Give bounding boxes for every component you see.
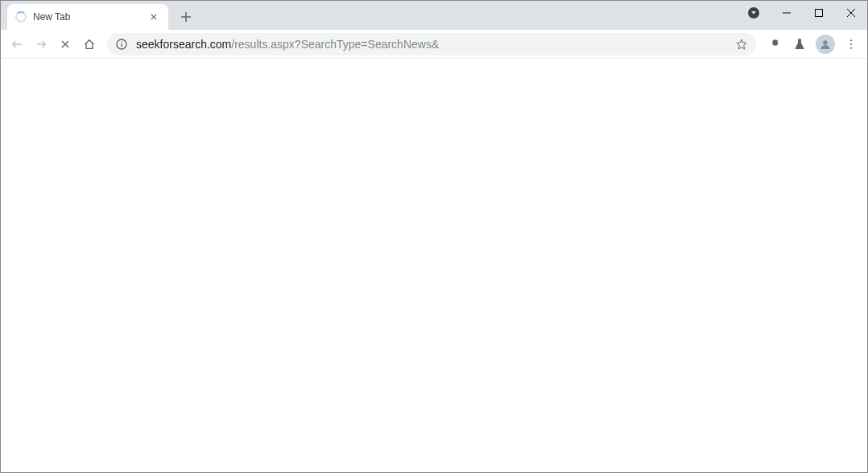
- puzzle-icon: [767, 38, 780, 51]
- menu-button[interactable]: [840, 33, 862, 56]
- url-path: /results.aspx?SearchType=SearchNews&: [231, 38, 439, 51]
- arrow-right-icon: [35, 38, 48, 51]
- plus-icon: [180, 11, 192, 23]
- svg-point-6: [850, 47, 852, 48]
- svg-point-3: [823, 40, 827, 44]
- maximize-button[interactable]: [803, 1, 835, 25]
- active-tab[interactable]: New Tab: [7, 4, 168, 30]
- close-icon: [151, 14, 157, 20]
- minimize-icon: [783, 9, 791, 17]
- svg-point-4: [850, 39, 852, 41]
- forward-button[interactable]: [30, 33, 52, 56]
- extensions-button[interactable]: [763, 33, 785, 56]
- svg-point-2: [121, 41, 122, 42]
- url-domain: seekforsearch.com: [136, 38, 231, 51]
- labs-button[interactable]: [788, 33, 811, 56]
- tab-close-button[interactable]: [147, 10, 160, 23]
- close-icon: [59, 38, 72, 51]
- maximize-icon: [815, 9, 823, 17]
- window-controls: [742, 1, 867, 25]
- arrow-left-icon: [10, 38, 23, 51]
- tab-strip: New Tab: [1, 1, 197, 30]
- home-button[interactable]: [78, 33, 101, 56]
- toolbar-right: [763, 33, 862, 56]
- bookmark-star-icon[interactable]: [735, 38, 748, 51]
- home-icon: [83, 38, 96, 51]
- page-content: [1, 59, 867, 472]
- svg-point-5: [850, 43, 852, 45]
- avatar-icon: [816, 35, 835, 54]
- window-close-button[interactable]: [835, 1, 867, 25]
- new-tab-button[interactable]: [175, 6, 197, 28]
- toolbar: seekforsearch.com/results.aspx?SearchTyp…: [1, 30, 867, 59]
- minimize-button[interactable]: [771, 1, 803, 25]
- titlebar: New Tab: [1, 1, 867, 30]
- back-button[interactable]: [6, 33, 28, 56]
- extension-shield-icon[interactable]: [742, 1, 766, 25]
- profile-button[interactable]: [814, 33, 837, 56]
- site-info-icon[interactable]: [115, 38, 128, 51]
- flask-icon: [793, 38, 806, 51]
- dots-vertical-icon: [845, 38, 858, 51]
- close-icon: [847, 9, 855, 17]
- url-text: seekforsearch.com/results.aspx?SearchTyp…: [136, 38, 729, 51]
- tab-title: New Tab: [33, 11, 147, 23]
- svg-rect-0: [816, 10, 823, 17]
- stop-reload-button[interactable]: [54, 33, 76, 56]
- loading-spinner-icon: [15, 11, 27, 23]
- address-bar[interactable]: seekforsearch.com/results.aspx?SearchTyp…: [107, 33, 756, 56]
